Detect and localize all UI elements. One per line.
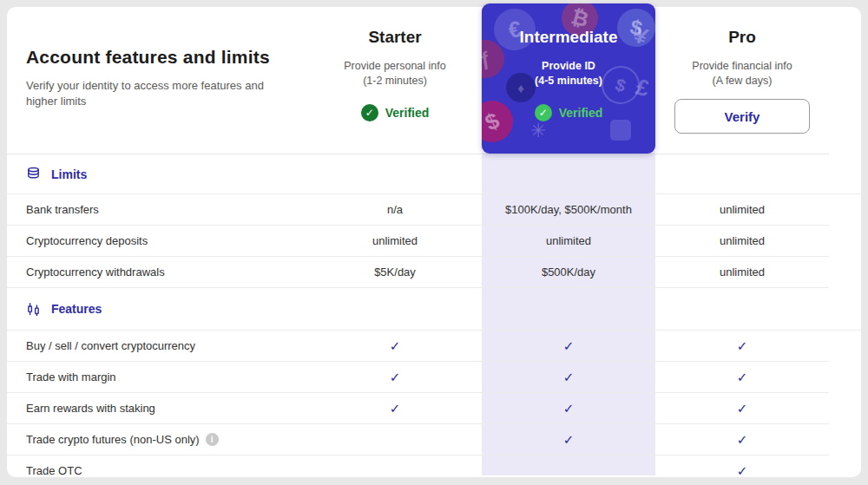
starter-check: ✓ (308, 401, 482, 416)
row-label: Trade OTC (7, 464, 308, 477)
table-row: Buy / sell / convert cryptocurrency ✓ ✓ … (7, 331, 829, 362)
intermediate-verified-badge: ✓ Verified (482, 104, 655, 121)
starter-check: ✓ (308, 370, 482, 385)
pro-check: ✓ (655, 401, 829, 416)
row-label: Trade with margin (7, 370, 308, 383)
table-row: Bank transfers n/a $100K/day, $500K/mont… (7, 194, 829, 226)
features-section-header: Features (7, 288, 861, 331)
page-subtitle: Verify your identity to access more feat… (26, 78, 278, 109)
tier-name-starter: Starter (308, 28, 482, 47)
pro-check: ✓ (655, 432, 829, 448)
row-label-text: Trade crypto futures (non-US only) (26, 433, 200, 446)
intermediate-tier-card: €₿$ƒ♦$$✳¥£ Intermediate Provide ID (4-5 … (482, 3, 655, 154)
table-row: Trade OTC ✓ (7, 456, 829, 485)
pro-tier-header: Pro Provide financial info (A few days) … (655, 7, 829, 154)
table-row: Earn rewards with staking ✓ ✓ ✓ (7, 393, 829, 424)
table-row: Cryptocurrency deposits unlimited unlimi… (7, 226, 829, 257)
intermediate-check: ✓ (482, 432, 655, 448)
page-title: Account features and limits (26, 47, 282, 68)
section-title: Features (51, 302, 102, 316)
tier-desc-line: Provide ID (482, 59, 655, 74)
pro-value: unlimited (655, 234, 829, 247)
tier-desc-line: (A few days) (655, 74, 829, 88)
dollar-crimson-icon: $ (482, 94, 520, 149)
intermediate-check: ✓ (482, 401, 655, 416)
table-row: Trade with margin ✓ ✓ ✓ (7, 362, 829, 393)
row-label: Trade crypto futures (non-US only) i (7, 433, 308, 446)
pro-value: unlimited (655, 265, 829, 279)
pro-value: unlimited (655, 203, 829, 216)
intermediate-value: unlimited (482, 234, 655, 247)
starter-check: ✓ (308, 338, 482, 354)
row-label: Cryptocurrency deposits (7, 234, 308, 247)
verified-label: Verified (385, 106, 430, 120)
row-label: Buy / sell / convert cryptocurrency (7, 339, 308, 352)
intermediate-check: ✓ (482, 338, 655, 354)
intermediate-value: $100K/day, $500K/month (482, 203, 655, 216)
account-features-card: €₿$ƒ♦$$✳¥£ Intermediate Provide ID (4-5 … (7, 7, 861, 477)
tier-name-pro: Pro (655, 28, 829, 47)
starter-value: unlimited (308, 234, 482, 247)
table-header: Account features and limits Verify your … (7, 7, 829, 154)
tier-desc-line: Provide financial info (655, 59, 829, 74)
starter-value: n/a (308, 203, 482, 216)
limits-coins-icon (26, 167, 41, 181)
limits-section-header: Limits (7, 154, 861, 194)
section-title: Limits (51, 167, 87, 181)
row-label: Cryptocurrency withdrawals (7, 265, 308, 279)
info-icon[interactable]: i (206, 433, 219, 446)
table-row: Trade crypto futures (non-US only) i ✓ ✓ (7, 424, 829, 456)
check-circle-icon: ✓ (361, 104, 378, 121)
tier-desc-pro: Provide financial info (A few days) (655, 59, 829, 88)
check-circle-icon: ✓ (535, 104, 552, 121)
tier-desc-line: (1-2 minutes) (308, 74, 482, 88)
tier-desc-starter: Provide personal info (1-2 minutes) (308, 59, 482, 88)
tier-desc-intermediate: Provide ID (4-5 minutes) (482, 59, 655, 88)
verify-button[interactable]: Verify (674, 99, 810, 134)
tier-desc-line: Provide personal info (308, 59, 482, 74)
starter-tier-header: Starter Provide personal info (1-2 minut… (308, 7, 482, 154)
verified-label: Verified (559, 106, 603, 120)
tier-desc-line: (4-5 minutes) (482, 74, 655, 88)
intermediate-check: ✓ (482, 370, 655, 385)
intro-block: Account features and limits Verify your … (7, 7, 308, 154)
row-label: Bank transfers (7, 203, 308, 216)
starter-value: $5K/day (308, 265, 482, 279)
pro-check: ✓ (655, 338, 829, 354)
square-shape-icon (610, 120, 631, 141)
intermediate-value: $500K/day (482, 265, 655, 279)
tier-name-intermediate: Intermediate (482, 28, 655, 47)
features-candlestick-icon (26, 302, 41, 317)
pro-check: ✓ (655, 463, 829, 479)
row-label: Earn rewards with staking (7, 402, 308, 415)
pro-check: ✓ (655, 370, 829, 385)
starter-verified-badge: ✓ Verified (308, 104, 482, 121)
snowflake-icon: ✳ (530, 120, 546, 142)
table-row: Cryptocurrency withdrawals $5K/day $500K… (7, 257, 829, 288)
